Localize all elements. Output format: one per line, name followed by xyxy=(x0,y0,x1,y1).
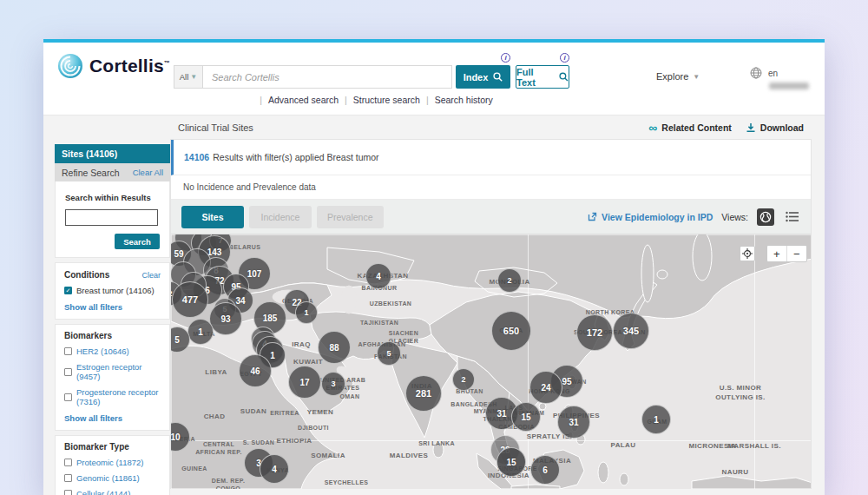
related-content-button[interactable]: ∞ Related Content xyxy=(648,122,732,133)
filter-checkbox-row[interactable]: HER2 (10646) xyxy=(64,346,161,356)
site-count-bubble[interactable]: 17 xyxy=(288,366,321,399)
site-count-bubble[interactable]: 2 xyxy=(497,268,522,293)
site-count-bubble[interactable]: 88 xyxy=(318,331,351,364)
site-count-bubble[interactable]: 2 xyxy=(452,368,475,391)
user-name-blurred[interactable] xyxy=(769,82,809,89)
search-within-results-input[interactable] xyxy=(65,209,158,226)
zoom-out-button[interactable]: − xyxy=(787,246,806,261)
filter-checkbox-row[interactable]: Proteomic (11872) xyxy=(64,458,161,467)
map-country-label: ERITREA xyxy=(270,409,299,417)
info-icon[interactable]: i xyxy=(501,53,510,63)
map-country-label: SRI LANKA xyxy=(418,439,455,447)
filter-checkbox-row[interactable]: ✓Breast tumor (14106) xyxy=(64,286,161,295)
app-window: Cortellis™ All ▼ Index Full Text i i Exp… xyxy=(43,39,825,495)
map-country-label: MALDIVES xyxy=(390,452,429,461)
map-recenter-button[interactable] xyxy=(740,246,755,261)
checkbox[interactable] xyxy=(64,368,72,376)
site-count-bubble[interactable]: 650 xyxy=(491,311,531,351)
search-within-results-label: Search within Results xyxy=(65,193,160,202)
clear-filter-link[interactable]: Clear xyxy=(141,271,161,280)
download-button[interactable]: Download xyxy=(746,122,804,133)
filter-option-label: Cellular (4144) xyxy=(76,489,130,495)
site-count-bubble[interactable]: 4 xyxy=(260,454,289,484)
tab-sites[interactable]: Sites xyxy=(181,206,244,228)
checkbox[interactable] xyxy=(64,474,72,482)
external-link-icon xyxy=(588,212,597,221)
site-count-bubble[interactable]: 93 xyxy=(209,302,242,335)
subnav-divider: | xyxy=(260,95,262,105)
checkbox[interactable]: ✓ xyxy=(64,287,72,294)
fulltext-search-button[interactable]: Full Text xyxy=(516,65,569,89)
subnav-link-structure-search[interactable]: Structure search xyxy=(353,95,420,105)
map-country-label: IRAQ xyxy=(292,340,311,350)
filter-checkbox-row[interactable]: Cellular (4144) xyxy=(64,489,161,495)
map-country-label: S. SUDAN xyxy=(243,439,275,446)
map-country-label: SUDAN xyxy=(240,407,266,417)
checkbox[interactable] xyxy=(64,347,72,355)
map-country-label: DEM. REP. CONGO xyxy=(212,477,245,489)
info-icon[interactable]: i xyxy=(560,53,569,63)
explore-menu[interactable]: Explore ▼ xyxy=(656,71,700,82)
search-icon xyxy=(493,72,503,82)
checkbox[interactable] xyxy=(64,393,72,401)
subnav-link-search-history[interactable]: Search history xyxy=(435,95,493,105)
language-selector[interactable]: en xyxy=(750,67,778,79)
site-count-bubble[interactable]: 15 xyxy=(511,402,541,432)
site-count-bubble[interactable]: 1 xyxy=(295,301,318,324)
filter-section: BiomarkersHER2 (10646)Estrogen receptor … xyxy=(55,324,170,431)
view-epidemiology-link[interactable]: View Epidemiology in IPD xyxy=(588,212,713,222)
site-count-bubble[interactable]: 24 xyxy=(529,371,562,404)
site-count-bubble[interactable]: 345 xyxy=(613,313,649,349)
download-label: Download xyxy=(760,122,804,133)
show-all-filters-link[interactable]: Show all filters xyxy=(64,302,161,312)
view-epidemiology-label: View Epidemiology in IPD xyxy=(602,212,713,222)
views-label: Views: xyxy=(721,212,748,222)
filter-option-label: Breast tumor (14106) xyxy=(76,286,155,295)
site-count-bubble[interactable]: 15 xyxy=(496,447,526,477)
filters-sidebar: Sites (14106) Refine Search Clear All Se… xyxy=(55,144,170,495)
site-count-bubble[interactable]: 1 xyxy=(641,405,671,434)
no-data-message: No Incidence and Prevalence data xyxy=(171,175,811,200)
results-count-link[interactable]: 14106 xyxy=(184,152,209,162)
results-summary: 14106 Results with filter(s) applied Bre… xyxy=(171,140,811,175)
zoom-in-button[interactable]: + xyxy=(767,246,787,261)
cortellis-logo[interactable]: Cortellis™ xyxy=(57,53,170,79)
site-count-bubble[interactable]: 4 xyxy=(365,263,391,289)
brand-name: Cortellis™ xyxy=(89,56,170,76)
globe-view-icon xyxy=(760,211,772,223)
filter-option-label: HER2 (10646) xyxy=(76,346,129,356)
refine-search-label: Refine Search xyxy=(62,168,120,178)
tabs-group: SitesIncidencePrevalence xyxy=(181,206,384,228)
checkbox[interactable] xyxy=(64,490,72,495)
page-title: Clinical Trial Sites xyxy=(178,122,253,133)
related-content-label: Related Content xyxy=(661,122,732,133)
map-country-label: U.S. MINOR OUTLYING IS. xyxy=(715,384,765,403)
search-input[interactable] xyxy=(202,65,452,89)
clear-all-link[interactable]: Clear All xyxy=(133,168,163,177)
site-count-bubble[interactable]: 1 xyxy=(187,319,214,345)
index-search-button[interactable]: Index xyxy=(456,65,510,89)
site-count-bubble[interactable]: 477 xyxy=(172,281,208,318)
related-content-icon: ∞ xyxy=(648,123,657,132)
filter-checkbox-row[interactable]: Progesterone receptor (7316) xyxy=(64,387,161,406)
map-view-toggle[interactable] xyxy=(757,208,774,226)
sites-count-header: Sites (14106) xyxy=(55,144,170,163)
subnav-divider: | xyxy=(345,95,347,105)
site-count-bubble[interactable]: 31 xyxy=(557,406,590,439)
search-scope-dropdown[interactable]: All ▼ xyxy=(174,65,202,89)
site-count-bubble[interactable]: 3 xyxy=(321,372,345,396)
subnav-divider: | xyxy=(426,95,429,105)
site-count-bubble[interactable]: 281 xyxy=(405,375,442,412)
checkbox[interactable] xyxy=(64,459,72,466)
subnav-link-advanced-search[interactable]: Advanced search xyxy=(268,95,339,105)
filter-checkbox-row[interactable]: Estrogen receptor (9457) xyxy=(64,362,161,381)
site-count-bubble[interactable]: 5 xyxy=(377,341,401,366)
sidebar-search-button[interactable]: Search xyxy=(115,234,160,249)
filter-checkbox-row[interactable]: Genomic (11861) xyxy=(64,473,161,483)
map-canvas[interactable]: + − BELARUSGEORGIAMALTAKAZAKHSTANBAIKONU… xyxy=(171,234,811,489)
site-count-bubble[interactable]: 172 xyxy=(576,314,613,351)
show-all-filters-link[interactable]: Show all filters xyxy=(64,413,161,423)
site-count-bubble[interactable]: 46 xyxy=(239,354,272,387)
site-count-bubble[interactable]: 6 xyxy=(530,455,560,485)
list-view-toggle[interactable] xyxy=(783,208,800,226)
